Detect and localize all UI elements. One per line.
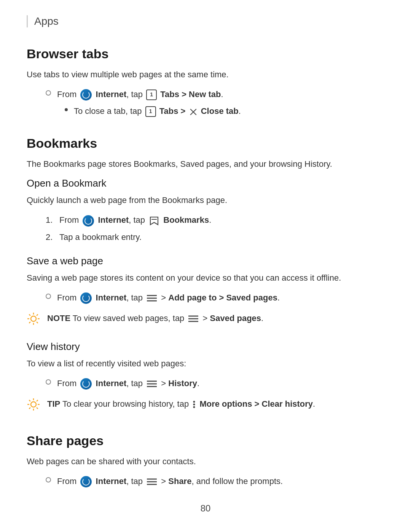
number-label-1: 1. xyxy=(46,214,59,227)
internet-label-6: Internet xyxy=(96,476,127,486)
numbered-item-2: 2. Tap a bookmark entry. xyxy=(46,231,384,244)
menu-icon xyxy=(146,294,158,302)
note-label: NOTE xyxy=(47,313,70,323)
note-box-save: NOTE To view saved web pages, tap > Save… xyxy=(27,308,384,329)
tip-label: TIP xyxy=(47,399,60,409)
list-item-text: From Internet, tap Tabs > New tab. xyxy=(57,88,223,101)
browser-tabs-items: From Internet, tap Tabs > New tab. To cl… xyxy=(27,88,384,118)
breadcrumb: Apps xyxy=(27,15,384,27)
page-container: Apps Browser tabs Use tabs to view multi… xyxy=(0,0,411,529)
more-options-label: More options > Clear history xyxy=(199,399,313,409)
svg-line-27 xyxy=(29,407,30,409)
share-pages-items: From Internet, tap > Share, and follow t… xyxy=(27,475,384,488)
section-title-browser-tabs: Browser tabs xyxy=(27,46,384,61)
subsection-save-webpage: Save a web page Saving a web page stores… xyxy=(27,255,384,329)
tabs-icon-2 xyxy=(145,106,156,117)
svg-point-19 xyxy=(31,402,36,407)
subsection-title-view-history: View history xyxy=(27,341,384,353)
subsection-body-view-history: To view a list of recently visited web p… xyxy=(27,357,384,370)
bullet-circle-icon-2 xyxy=(46,294,51,299)
list-item: From Internet, tap Tabs > New tab. xyxy=(46,88,384,101)
internet-icon-4 xyxy=(80,292,92,304)
svg-line-26 xyxy=(37,400,38,401)
tabs-label-2: Tabs > xyxy=(159,106,186,116)
list-item-share: From Internet, tap > Share, and follow t… xyxy=(46,475,384,488)
svg-point-28 xyxy=(193,401,195,403)
page-number: 80 xyxy=(201,503,211,513)
list-item-text-save: From Internet, tap > Add page to > Saved… xyxy=(57,291,280,304)
internet-label-4: Internet xyxy=(96,293,127,302)
section-share-pages: Share pages Web pages can be shared with… xyxy=(27,433,384,488)
svg-point-4 xyxy=(31,316,36,321)
numbered-item-1: 1. From Internet, tap Bookmarks. xyxy=(46,214,384,227)
open-bookmark-items: 1. From Internet, tap Bookmarks. xyxy=(27,214,384,243)
bullet-circle-icon-4 xyxy=(46,477,51,482)
browser-tabs-subitems: To close a tab, tap Tabs > Close tab. xyxy=(46,105,384,118)
internet-label-3: Internet xyxy=(98,215,129,225)
list-item-text: To close a tab, tap Tabs > Close tab. xyxy=(74,105,241,118)
section-browser-tabs: Browser tabs Use tabs to view multiple w… xyxy=(27,46,384,118)
menu-icon-note xyxy=(188,315,199,323)
list-item-close-tab: To close a tab, tap Tabs > Close tab. xyxy=(65,105,384,118)
bullet-circle-icon xyxy=(46,90,51,96)
subsection-open-bookmark: Open a Bookmark Quickly launch a web pag… xyxy=(27,177,384,243)
internet-label-5: Internet xyxy=(96,379,127,388)
section-bookmarks: Bookmarks The Bookmarks page stores Book… xyxy=(27,136,384,415)
note-content: NOTE To view saved web pages, tap > Save… xyxy=(47,312,263,325)
internet-icon-5 xyxy=(80,378,92,390)
subsection-title-save-webpage: Save a web page xyxy=(27,255,384,267)
more-options-icon xyxy=(192,400,196,409)
list-item-history: From Internet, tap > History. xyxy=(46,377,384,390)
svg-line-24 xyxy=(29,400,30,401)
numbered-item-text-1: From Internet, tap Bookmarks. xyxy=(59,214,211,227)
svg-point-29 xyxy=(193,404,195,406)
list-item-save-webpage: From Internet, tap > Add page to > Saved… xyxy=(46,291,384,304)
internet-icon xyxy=(80,89,92,101)
subsection-body-save-webpage: Saving a web page stores its content on … xyxy=(27,272,384,284)
svg-point-30 xyxy=(193,406,195,408)
page-footer: 80 xyxy=(0,503,411,514)
section-title-bookmarks: Bookmarks xyxy=(27,136,384,151)
svg-line-12 xyxy=(29,322,30,323)
internet-icon-6 xyxy=(80,476,92,487)
list-item-text-share: From Internet, tap > Share, and follow t… xyxy=(57,475,283,488)
number-label-2: 2. xyxy=(46,231,59,244)
view-history-items: From Internet, tap > History. xyxy=(27,377,384,390)
svg-line-9 xyxy=(29,314,30,316)
tip-content: TIP To clear your browsing history, tap … xyxy=(47,398,315,411)
sun-icon-tip xyxy=(27,398,40,411)
subsection-title-open-bookmark: Open a Bookmark xyxy=(27,177,384,189)
save-webpage-items: From Internet, tap > Add page to > Saved… xyxy=(27,291,384,304)
section-body-browser-tabs: Use tabs to view multiple web pages at t… xyxy=(27,68,384,81)
bullet-circle-icon-3 xyxy=(46,379,51,385)
saved-pages-label: Saved pages xyxy=(210,313,261,323)
bullet-dot-icon xyxy=(65,108,68,111)
menu-icon-share xyxy=(146,478,158,486)
internet-label: Internet xyxy=(96,89,127,99)
subsection-view-history: View history To view a list of recently … xyxy=(27,341,384,415)
sun-icon xyxy=(27,312,40,326)
bookmarks-label: Bookmarks xyxy=(163,215,209,225)
tabs-icon xyxy=(146,89,157,100)
menu-icon-history xyxy=(146,380,158,388)
close-icon xyxy=(189,107,198,116)
add-page-label: Add page to > Saved pages xyxy=(168,293,277,302)
close-tab-label: Close tab xyxy=(201,106,239,116)
numbered-item-text-2: Tap a bookmark entry. xyxy=(59,231,142,244)
tabs-label: Tabs > New tab xyxy=(160,89,221,99)
svg-line-11 xyxy=(37,314,38,316)
svg-line-25 xyxy=(37,407,38,409)
tip-box-history: TIP To clear your browsing history, tap … xyxy=(27,394,384,415)
section-body-share-pages: Web pages can be shared with your contac… xyxy=(27,455,384,468)
section-title-share-pages: Share pages xyxy=(27,433,384,448)
share-label: Share xyxy=(168,476,191,486)
breadcrumb-text: Apps xyxy=(34,15,59,27)
bookmark-icon xyxy=(148,216,160,226)
list-item-text-history: From Internet, tap > History. xyxy=(57,377,199,390)
svg-line-10 xyxy=(37,322,38,323)
subsection-body-open-bookmark: Quickly launch a web page from the Bookm… xyxy=(27,194,384,207)
internet-icon-3 xyxy=(83,215,94,227)
section-body-bookmarks: The Bookmarks page stores Bookmarks, Sav… xyxy=(27,158,384,171)
history-label: History xyxy=(168,379,197,388)
